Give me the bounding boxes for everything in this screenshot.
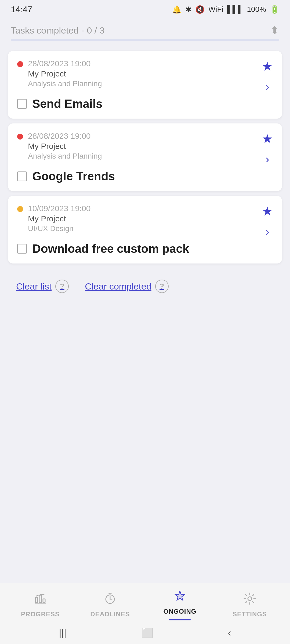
signal-icon: ▌▌▌ [227, 5, 243, 14]
tab-settings[interactable]: SETTINGS [215, 592, 285, 618]
task-category: UI/UX Design [28, 224, 91, 233]
task-title: Send Emails [32, 97, 103, 111]
clear-completed-button[interactable]: Clear completed ? [85, 280, 169, 293]
sort-icon[interactable]: ⬍ [270, 24, 279, 36]
system-nav: ||| ⬜ ‹ [0, 623, 290, 644]
svg-rect-1 [39, 595, 41, 603]
clear-list-help-icon[interactable]: ? [55, 280, 69, 293]
volume-icon: 🔇 [195, 5, 205, 14]
priority-dot [17, 206, 23, 212]
star-icon[interactable]: ★ [262, 204, 273, 218]
task-card: 10/09/2023 19:00 My Project UI/UX Design… [8, 196, 282, 264]
task-meta: 28/08/2023 19:00 My Project Analysis and… [17, 131, 102, 160]
actions-row: Clear list ? Clear completed ? [0, 269, 290, 298]
task-date: 28/08/2023 19:00 [28, 59, 102, 68]
task-list: 28/08/2023 19:00 My Project Analysis and… [0, 46, 290, 269]
task-checkbox[interactable] [17, 171, 27, 181]
ongoing-icon [174, 590, 186, 605]
task-card-top: 28/08/2023 19:00 My Project Analysis and… [17, 59, 273, 93]
battery-icon: 🔋 [270, 5, 279, 14]
recent-apps-icon[interactable]: ||| [59, 627, 66, 639]
bottom-nav: PROGRESS DEADLINES ONGOING [0, 583, 290, 644]
clear-completed-label: Clear completed [85, 281, 151, 292]
task-right: ★ › [262, 204, 273, 238]
home-icon[interactable]: ⬜ [141, 627, 153, 639]
task-title-row: Download free custom pack [17, 242, 273, 255]
header-bar: Tasks completed - 0 / 3 ⬍ [0, 19, 290, 39]
task-title-row: Google Trends [17, 170, 273, 183]
ongoing-active-bar [169, 619, 191, 620]
star-icon[interactable]: ★ [262, 131, 273, 146]
chevron-right-icon[interactable]: › [265, 152, 269, 166]
progress-bar-container [0, 39, 290, 46]
svg-rect-0 [35, 597, 38, 603]
settings-icon [244, 592, 256, 608]
task-card: 28/08/2023 19:00 My Project Analysis and… [8, 51, 282, 119]
ongoing-label: ONGOING [163, 608, 196, 615]
task-meta: 28/08/2023 19:00 My Project Analysis and… [17, 59, 102, 88]
progress-label: PROGRESS [21, 610, 60, 618]
settings-label: SETTINGS [233, 610, 267, 618]
battery-label: 100% [247, 5, 266, 14]
priority-dot [17, 134, 23, 140]
progress-icon [34, 592, 46, 608]
task-project: My Project [28, 142, 102, 151]
task-title: Google Trends [32, 170, 115, 183]
priority-dot [17, 61, 23, 67]
progress-bar-track [11, 39, 279, 41]
task-info: 28/08/2023 19:00 My Project Analysis and… [28, 131, 102, 160]
deadlines-icon [104, 592, 116, 608]
task-title-row: Send Emails [17, 97, 273, 111]
task-info: 28/08/2023 19:00 My Project Analysis and… [28, 59, 102, 88]
deadlines-label: DEADLINES [90, 610, 130, 618]
chevron-right-icon[interactable]: › [265, 80, 269, 93]
task-date: 28/08/2023 19:00 [28, 131, 102, 141]
clear-completed-help-icon[interactable]: ? [155, 280, 169, 293]
svg-point-6 [248, 597, 252, 601]
task-info: 10/09/2023 19:00 My Project UI/UX Design [28, 204, 91, 233]
status-icons: 🔔 ✱ 🔇 WiFi ▌▌▌ 100% 🔋 [172, 5, 279, 14]
clear-list-button[interactable]: Clear list ? [16, 280, 69, 293]
header-title: Tasks completed - 0 / 3 [11, 25, 105, 36]
svg-rect-2 [43, 599, 45, 603]
task-card-top: 10/09/2023 19:00 My Project UI/UX Design… [17, 204, 273, 238]
task-title: Download free custom pack [32, 242, 189, 255]
task-card-top: 28/08/2023 19:00 My Project Analysis and… [17, 131, 273, 166]
status-bar: 14:47 🔔 ✱ 🔇 WiFi ▌▌▌ 100% 🔋 [0, 0, 290, 19]
task-category: Analysis and Planning [28, 79, 102, 88]
task-right: ★ › [262, 59, 273, 93]
storage-icon: 🔔 [172, 5, 182, 14]
task-meta: 10/09/2023 19:00 My Project UI/UX Design [17, 204, 91, 233]
task-category: Analysis and Planning [28, 152, 102, 160]
back-icon[interactable]: ‹ [228, 627, 231, 639]
task-project: My Project [28, 214, 91, 223]
task-date: 10/09/2023 19:00 [28, 204, 91, 213]
nav-tabs: PROGRESS DEADLINES ONGOING [0, 583, 290, 623]
task-project: My Project [28, 69, 102, 78]
task-card: 28/08/2023 19:00 My Project Analysis and… [8, 123, 282, 191]
tab-deadlines[interactable]: DEADLINES [75, 592, 145, 618]
task-checkbox[interactable] [17, 99, 27, 109]
tab-progress[interactable]: PROGRESS [5, 592, 75, 618]
task-checkbox[interactable] [17, 244, 27, 254]
status-time: 14:47 [11, 5, 32, 14]
task-right: ★ › [262, 131, 273, 166]
wifi-icon: WiFi [208, 5, 223, 14]
chevron-right-icon[interactable]: › [265, 225, 269, 238]
clear-list-label: Clear list [16, 281, 52, 292]
tab-ongoing[interactable]: ONGOING [145, 590, 215, 620]
star-icon[interactable]: ★ [262, 59, 273, 74]
bluetooth-icon: ✱ [185, 5, 191, 14]
